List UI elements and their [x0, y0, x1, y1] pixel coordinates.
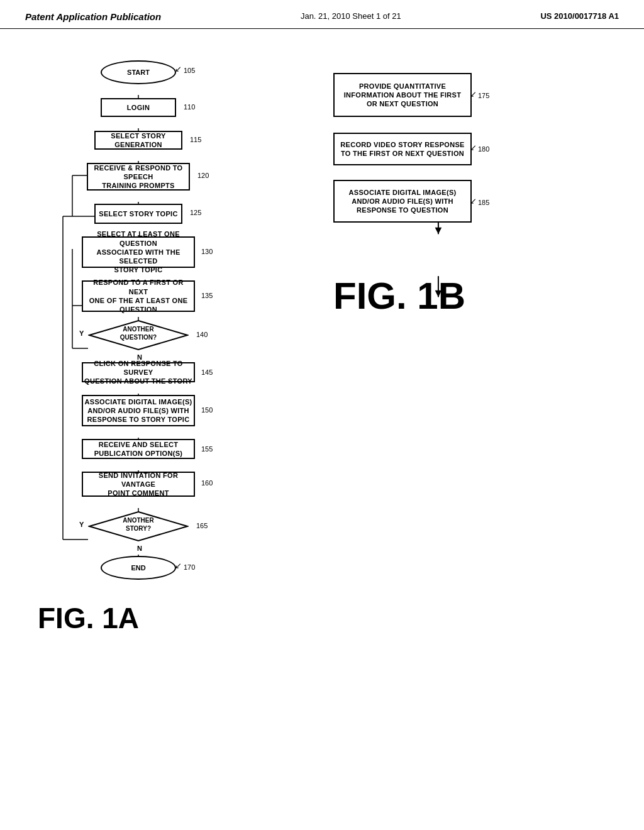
svg-text:QUESTION?: QUESTION? [120, 334, 157, 341]
receive-respond-node: RECEIVE & RESPOND TO SPEECH TRAINING PRO… [87, 163, 190, 191]
fig-1a-flowchart: START 105 ↙ LOGIN 110 SELECT STORY GENER… [13, 48, 283, 739]
ref-160: 160 [201, 479, 213, 487]
ref-150: 150 [201, 406, 213, 414]
sheet-info: Jan. 21, 2010 Sheet 1 of 21 [301, 11, 401, 21]
main-content: START 105 ↙ LOGIN 110 SELECT STORY GENER… [0, 29, 644, 752]
send-invitation-node: SEND INVITATION FOR VANTAGE POINT COMMEN… [82, 472, 195, 497]
publication-label: Patent Application Publication [25, 11, 161, 22]
svg-text:STORY?: STORY? [126, 525, 151, 532]
svg-text:ANOTHER: ANOTHER [123, 326, 154, 333]
click-response-node: CLICK ON RESPONSE TO SURVEY QUESTION ABO… [82, 362, 195, 382]
provide-quant-node: PROVIDE QUANTITATIVE INFORMATION ABOUT T… [333, 73, 472, 117]
fig-1b-label: FIG. 1B [333, 274, 465, 318]
ref-170: 170 [184, 563, 195, 571]
ref-175: 175 [478, 92, 489, 99]
select-story-gen-node: SELECT STORY GENERATION [94, 131, 182, 150]
fig-1b-flowchart: PROVIDE QUANTITATIVE INFORMATION ABOUT T… [296, 48, 631, 739]
record-video-node: RECORD VIDEO STORY RESPONSE TO THE FIRST… [333, 133, 472, 165]
select-story-topic-node: SELECT STORY TOPIC [94, 204, 182, 224]
associate-digital-1b-node: ASSOCIATE DIGITAL IMAGE(S) AND/OR AUDIO … [333, 180, 472, 223]
svg-marker-42 [435, 228, 442, 235]
ref-155: 155 [201, 445, 213, 453]
patent-number: US 2010/0017718 A1 [540, 11, 619, 21]
ref-130: 130 [201, 248, 213, 255]
ref-165: 165 [196, 522, 208, 529]
ref-110: 110 [184, 103, 195, 111]
ref-180: 180 [478, 145, 489, 153]
y-label-2: Y [79, 521, 84, 528]
n-label-2: N [137, 545, 142, 552]
fig-1a-label: FIG. 1A [38, 601, 139, 635]
ref-135: 135 [201, 292, 213, 299]
start-node: START [101, 60, 176, 84]
ref-185: 185 [478, 199, 489, 206]
login-node: LOGIN [101, 98, 176, 117]
ref-125: 125 [190, 209, 201, 216]
end-node: END [101, 556, 176, 580]
associate-digital-node: ASSOCIATE DIGITAL IMAGE(S) AND/OR AUDIO … [82, 395, 195, 426]
another-question-diamond: ANOTHER QUESTION? [88, 319, 189, 351]
another-story-diamond: ANOTHER STORY? [88, 511, 189, 542]
receive-select-node: RECEIVE AND SELECT PUBLICATION OPTION(S) [82, 439, 195, 459]
page-header: Patent Application Publication Jan. 21, … [0, 0, 644, 29]
ref-140: 140 [196, 331, 208, 338]
respond-question-node: RESPOND TO A FIRST OR NEXT ONE OF THE AT… [82, 280, 195, 312]
ref-105: 105 [184, 67, 195, 74]
ref-120: 120 [197, 172, 209, 179]
select-question-node: SELECT AT LEAST ONE QUESTION ASSOCIATED … [82, 236, 195, 268]
y-label-1: Y [79, 329, 84, 337]
svg-text:ANOTHER: ANOTHER [123, 517, 154, 524]
ref-115: 115 [190, 136, 201, 143]
ref-145: 145 [201, 368, 213, 376]
